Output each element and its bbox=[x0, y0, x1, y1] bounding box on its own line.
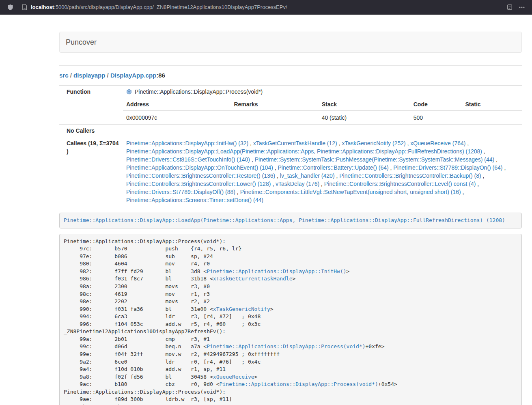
column-header-static: Static bbox=[462, 98, 522, 111]
address-value: 0x0000097c bbox=[123, 111, 230, 124]
callee-separator: , bbox=[337, 140, 342, 146]
callee-link[interactable]: Pinetime::Drivers::St7789::DisplayOff() … bbox=[126, 189, 235, 195]
callee-link[interactable]: Pinetime::Controllers::BrightnessControl… bbox=[126, 172, 275, 179]
callee-separator: , bbox=[273, 164, 278, 171]
callee-separator: , bbox=[461, 189, 464, 195]
column-header-stack: Stack bbox=[319, 98, 410, 111]
divider bbox=[59, 65, 522, 66]
column-header-code: Code bbox=[410, 98, 462, 111]
callee-link[interactable]: Pinetime::Components::LittleVgl::SetNewT… bbox=[240, 189, 461, 195]
url-path: :5000/path/src/displayapp/DisplayApp.cpp… bbox=[54, 4, 287, 10]
callees-list: Pinetime::Applications::DisplayApp::Init… bbox=[123, 137, 522, 207]
callee-link[interactable]: Pinetime::Controllers::BrightnessControl… bbox=[324, 181, 476, 187]
app-brand: Puncover bbox=[66, 38, 97, 47]
callee-link[interactable]: xQueueReceive (764) bbox=[410, 140, 465, 146]
callee-separator: , bbox=[248, 140, 253, 146]
callee-link[interactable]: xTaskGetCurrentTaskHandle (12) bbox=[253, 140, 337, 146]
code-symbol-link[interactable]: Pinetime::Applications::DisplayApp::Proc… bbox=[220, 381, 378, 387]
callee-separator: , bbox=[481, 172, 485, 179]
callee-separator: , bbox=[271, 181, 276, 187]
breadcrumb-separator: / bbox=[105, 72, 110, 79]
callee-separator: , bbox=[465, 140, 469, 146]
callee-link[interactable]: Pinetime::Applications::DisplayApp::OnTo… bbox=[126, 164, 273, 171]
code-symbol-link[interactable]: xTaskGetCurrentTaskHandle bbox=[213, 276, 293, 282]
browser-toolbar: localhost:5000/path/src/displayapp/Displ… bbox=[0, 0, 532, 15]
shield-icon bbox=[7, 4, 13, 11]
callee-separator: , bbox=[319, 181, 324, 187]
column-header-address: Address bbox=[123, 98, 230, 111]
metrics-row: Address Remarks Stack Code Static 0x0000… bbox=[59, 98, 522, 125]
breadcrumb-line-number: :86 bbox=[156, 72, 165, 79]
callee-link[interactable]: Pinetime::Controllers::BrightnessControl… bbox=[126, 181, 271, 187]
function-symbol-icon bbox=[126, 89, 132, 95]
breadcrumb-link-displayapp[interactable]: displayapp bbox=[73, 72, 105, 79]
disassembly-block: Pinetime::Applications::DisplayApp::Proc… bbox=[59, 234, 522, 405]
breadcrumb-link-displayapp.cpp[interactable]: DisplayApp.cpp bbox=[110, 72, 156, 79]
callee-link[interactable]: lv_task_handler (420) bbox=[280, 172, 335, 179]
no-callers-row: No Callers bbox=[59, 125, 522, 137]
callee-separator: , bbox=[275, 172, 280, 179]
breadcrumb: src / displayapp / DisplayApp.cpp:86 bbox=[59, 71, 522, 80]
code-symbol-link[interactable]: Pinetime::Applications::DisplayApp::Init… bbox=[207, 268, 346, 274]
callee-link[interactable]: Pinetime::Applications::DisplayApp::Load… bbox=[126, 148, 482, 155]
remarks-value bbox=[230, 111, 318, 124]
meatball-menu-icon bbox=[519, 6, 525, 8]
reader-view-icon bbox=[507, 4, 513, 10]
function-row: Function Pinetime::Applications::Display… bbox=[59, 86, 522, 98]
static-value bbox=[462, 111, 522, 124]
callee-link[interactable]: Pinetime::System::SystemTask::PushMessag… bbox=[255, 156, 495, 163]
tracking-protection-shield-icon[interactable] bbox=[4, 2, 16, 13]
reader-view-button[interactable] bbox=[504, 2, 516, 13]
callee-link[interactable]: Pinetime::Applications::DisplayApp::Init… bbox=[126, 140, 248, 146]
symbol-metrics-table: Address Remarks Stack Code Static 0x0000… bbox=[123, 98, 522, 124]
app-header: Puncover bbox=[59, 32, 522, 53]
address-bar[interactable]: localhost:5000/path/src/displayapp/Displ… bbox=[19, 2, 500, 13]
callee-separator: , bbox=[335, 172, 340, 179]
function-label: Function bbox=[59, 86, 123, 98]
callee-link[interactable]: Pinetime::Controllers::Battery::Update()… bbox=[278, 164, 389, 171]
callee-separator: , bbox=[494, 156, 498, 163]
code-symbol-link[interactable]: xTaskGenericNotify bbox=[213, 306, 270, 312]
callee-separator: , bbox=[406, 140, 411, 146]
breadcrumb-link-src[interactable]: src bbox=[59, 72, 69, 79]
callee-link[interactable]: vTaskDelay (176) bbox=[276, 181, 319, 187]
main-content: Puncover src / displayapp / DisplayApp.c… bbox=[59, 32, 522, 405]
highlighted-callee-box: Pinetime::Applications::DisplayApp::Load… bbox=[59, 213, 522, 228]
callee-separator: , bbox=[503, 164, 506, 171]
stack-value: 40 (static) bbox=[319, 111, 410, 124]
callee-separator: , bbox=[482, 148, 485, 155]
code-size-value: 500 bbox=[410, 111, 462, 124]
breadcrumb-separator: / bbox=[69, 72, 74, 79]
metrics-data-row: 0x0000097c 40 (static) 500 bbox=[123, 111, 522, 124]
callee-separator: , bbox=[389, 164, 394, 171]
callee-link[interactable]: xTaskGenericNotify (252) bbox=[342, 140, 405, 146]
page-info-icon[interactable] bbox=[22, 4, 27, 10]
function-name: Pinetime::Applications::DisplayApp::Proc… bbox=[135, 88, 263, 96]
disassembly-code: Pinetime::Applications::DisplayApp::Proc… bbox=[64, 238, 397, 405]
code-symbol-link[interactable]: xQueueReceive bbox=[213, 374, 254, 380]
code-symbol-link[interactable]: Pinetime::Applications::DisplayApp::Proc… bbox=[207, 343, 365, 349]
callees-label: Callees (19, Σ=3704 ) bbox=[59, 137, 123, 207]
callee-separator: , bbox=[250, 156, 255, 163]
no-callers-label: No Callers bbox=[59, 125, 123, 137]
callees-row: Callees (19, Σ=3704 ) Pinetime::Applicat… bbox=[59, 137, 522, 207]
callee-separator: , bbox=[476, 181, 479, 187]
function-detail-table: Function Pinetime::Applications::Display… bbox=[59, 85, 522, 206]
column-header-remarks: Remarks bbox=[230, 98, 318, 111]
callee-separator: , bbox=[235, 189, 240, 195]
highlighted-callee-link[interactable]: Pinetime::Applications::DisplayApp::Load… bbox=[64, 217, 505, 223]
page-actions-menu-button[interactable] bbox=[516, 2, 528, 13]
document-icon bbox=[22, 4, 27, 10]
callee-link[interactable]: Pinetime::Controllers::BrightnessControl… bbox=[339, 172, 481, 179]
callee-link[interactable]: Pinetime::Drivers::Cst816S::GetTouchInfo… bbox=[126, 156, 250, 163]
callee-link[interactable]: Pinetime::Drivers::St7789::DisplayOn() (… bbox=[393, 164, 502, 171]
callee-link[interactable]: Pinetime::Applications::Screens::Timer::… bbox=[126, 197, 263, 203]
url-host: localhost bbox=[31, 4, 54, 10]
